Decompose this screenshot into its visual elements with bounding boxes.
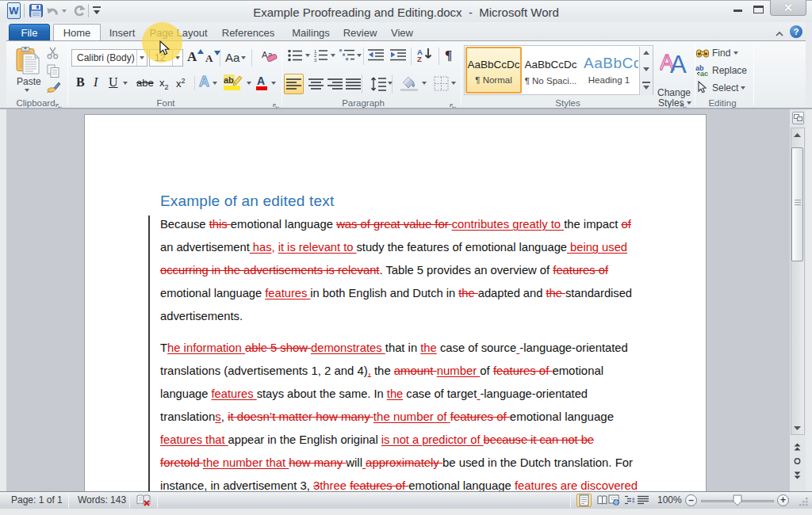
svg-text:3: 3	[314, 58, 317, 63]
svg-text:A: A	[257, 74, 265, 87]
svg-text:Z: Z	[417, 55, 422, 63]
svg-text:A: A	[670, 51, 687, 74]
svg-text:ab: ab	[224, 75, 234, 85]
svg-text:ac: ac	[700, 70, 708, 76]
